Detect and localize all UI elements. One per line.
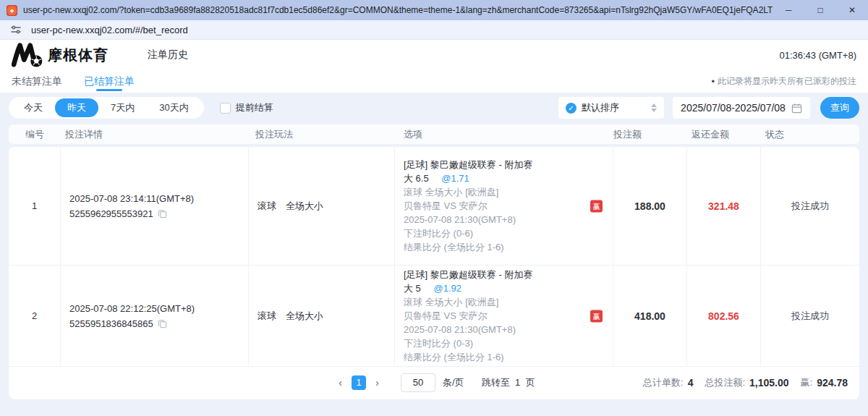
brand-logo-icon (12, 43, 43, 67)
bet-type-cell: 滚球 全场大小 (249, 266, 395, 366)
page-unit-label: 页 (526, 376, 535, 389)
next-page-icon[interactable]: › (373, 376, 382, 389)
page-title: 注单历史 (148, 48, 188, 61)
stake-amount: 418.00 (613, 266, 687, 366)
col-header-return: 返还金额 (687, 128, 761, 141)
row-number: 2 (9, 266, 61, 366)
selection-pick: 大 5 (404, 283, 421, 294)
pill-7-days[interactable]: 7天内 (98, 98, 147, 117)
selection-score-at-bet: 下注时比分 (0-3) (404, 336, 613, 350)
col-header-selection: 选项 (395, 128, 613, 141)
col-header-number: 编号 (9, 128, 61, 141)
return-amount: 802.56 (687, 266, 761, 366)
pill-30-days[interactable]: 30天内 (147, 98, 200, 117)
sort-caret-icon (651, 103, 657, 112)
total-stake-label: 总投注额: (705, 376, 745, 389)
selection-match-time: 2025-07-08 21:30(GMT+8) (404, 323, 613, 336)
table-row: 2 2025-07-08 22:12:25(GMT+8) 52559518368… (9, 266, 859, 367)
browser-addressbar[interactable]: user-pc-new.xxqj02.com/#/bet_record (0, 20, 868, 40)
selection-result-score: 结果比分 (全场比分 1-6) (404, 350, 613, 364)
table-footer: ‹ 1 › 条/页 跳转至 页 总计单数: 4 总投注额: 1,105.00 赢… (9, 367, 859, 398)
stake-amount: 188.00 (613, 147, 687, 265)
total-stake-value: 1,105.00 (749, 377, 789, 389)
brand-name: 摩根体育 (48, 46, 109, 65)
selection-market: 滚球 全场大小 [欧洲盘] (404, 295, 613, 309)
selection-league: [足球] 黎巴嫩超级联赛 - 附加赛 (404, 158, 613, 171)
summary-totals: 总计单数: 4 总投注额: 1,105.00 赢: 924.78 (643, 376, 859, 389)
col-header-stake: 投注额 (613, 128, 687, 141)
col-header-status: 状态 (761, 128, 859, 141)
maximize-icon[interactable]: □ (804, 0, 836, 20)
pill-today[interactable]: 今天 (12, 98, 55, 117)
browser-titlebar: user-pc-new.xxqj02.com/?token=cdb3a9689f… (0, 0, 868, 20)
selection-pick: 大 6.5 (404, 173, 429, 184)
total-count-label: 总计单数: (643, 376, 684, 389)
bet-id: 5255951836845865 (69, 316, 153, 331)
tab-settled-bets[interactable]: 已结算注单 (84, 70, 135, 93)
table-body: 1 2025-07-08 23:14:11(GMT+8) 52559629555… (9, 147, 859, 399)
table-header: 编号 投注详情 投注玩法 选项 投注额 返还金额 状态 (9, 124, 859, 144)
selection-pick-line: 大 6.5 @1.71 (404, 171, 613, 185)
selection-cell: [足球] 黎巴嫩超级联赛 - 附加赛 大 5 @1.92 滚球 全场大小 [欧洲… (395, 266, 613, 366)
bet-time: 2025-07-08 23:14:11(GMT+8) (69, 191, 248, 206)
address-url[interactable]: user-pc-new.xxqj02.com/#/bet_record (31, 25, 188, 35)
early-settle-option[interactable]: 提前结算 (220, 101, 273, 114)
copy-icon[interactable] (158, 209, 167, 218)
return-amount: 321.48 (687, 147, 761, 265)
win-badge-icon: 赢 (590, 200, 603, 212)
bet-detail-cell: 2025-07-08 22:12:25(GMT+8) 5255951836845… (61, 266, 249, 366)
query-button[interactable]: 查询 (820, 97, 859, 119)
date-range-pills: 今天 昨天 7天内 30天内 (9, 97, 204, 119)
selection-match: 贝鲁特星 VS 安萨尔 (404, 199, 613, 213)
total-win-value: 924.78 (817, 377, 848, 389)
site-settings-icon[interactable] (10, 24, 22, 35)
selection-match-time: 2025-07-08 21:30(GMT+8) (404, 213, 613, 226)
page-number-button[interactable]: 1 (352, 375, 366, 390)
filter-bar: 今天 昨天 7天内 30天内 提前结算 ✓ 默认排序 2025/07/08-20… (9, 97, 859, 119)
selection-market: 滚球 全场大小 [欧洲盘] (404, 185, 613, 199)
prev-page-icon[interactable]: ‹ (336, 376, 345, 389)
tab-unsettled-bets[interactable]: 未结算注单 (12, 70, 62, 93)
per-page-label: 条/页 (443, 376, 464, 389)
selection-match: 贝鲁特星 VS 安萨尔 (404, 309, 613, 323)
close-icon[interactable]: ✕ (836, 0, 868, 20)
sort-select[interactable]: ✓ 默认排序 (558, 97, 664, 119)
selection-pick-line: 大 5 @1.92 (404, 281, 613, 295)
status-badge: 投注成功 (761, 147, 859, 265)
bet-id: 5255962955553921 (69, 206, 153, 221)
row-number: 1 (9, 147, 61, 265)
early-settle-checkbox[interactable] (220, 103, 231, 114)
pagination: ‹ 1 › 条/页 跳转至 页 (336, 373, 535, 392)
col-header-bet-detail: 投注详情 (61, 128, 249, 141)
site-favicon (7, 5, 17, 16)
date-range-value: 2025/07/08-2025/07/08 (681, 102, 786, 114)
jump-page-input[interactable] (510, 377, 526, 388)
sort-check-icon: ✓ (566, 103, 576, 114)
bet-time: 2025-07-08 22:12:25(GMT+8) (69, 301, 248, 316)
selection-cell: [足球] 黎巴嫩超级联赛 - 附加赛 大 6.5 @1.71 滚球 全场大小 [… (395, 147, 613, 265)
page-size-input[interactable] (401, 373, 435, 392)
col-header-bet-type: 投注玩法 (249, 128, 395, 141)
window-controls: ─ □ ✕ (773, 0, 868, 20)
jump-to-label: 跳转至 (482, 376, 510, 389)
sort-select-value: 默认排序 (582, 101, 619, 114)
pill-yesterday[interactable]: 昨天 (55, 98, 98, 117)
selection-league: [足球] 黎巴嫩超级联赛 - 附加赛 (404, 268, 613, 281)
status-badge: 投注成功 (761, 266, 859, 366)
bet-detail-cell: 2025-07-08 23:14:11(GMT+8) 5255962955553… (61, 147, 249, 265)
yesterday-note: • 此记录将显示昨天所有已派彩的投注 (711, 75, 856, 88)
calendar-icon (791, 103, 802, 114)
bet-type-cell: 滚球 全场大小 (249, 147, 395, 265)
table-row: 1 2025-07-08 23:14:11(GMT+8) 52559629555… (9, 147, 859, 266)
selection-odds: @1.92 (433, 283, 461, 294)
total-win-label: 赢: (801, 376, 813, 389)
date-range-input[interactable]: 2025/07/08-2025/07/08 (673, 97, 810, 119)
win-badge-icon: 赢 (590, 310, 603, 322)
filter-right-controls: ✓ 默认排序 2025/07/08-2025/07/08 查询 (558, 97, 859, 119)
copy-icon[interactable] (158, 319, 167, 328)
note-bullet-icon: • (711, 76, 715, 87)
selection-result-score: 结果比分 (全场比分 1-6) (404, 240, 613, 254)
total-count-value: 4 (688, 377, 694, 389)
minimize-icon[interactable]: ─ (773, 0, 804, 20)
app-header: 摩根体育 注单历史 01:36:43 (GMT+8) (0, 40, 868, 70)
